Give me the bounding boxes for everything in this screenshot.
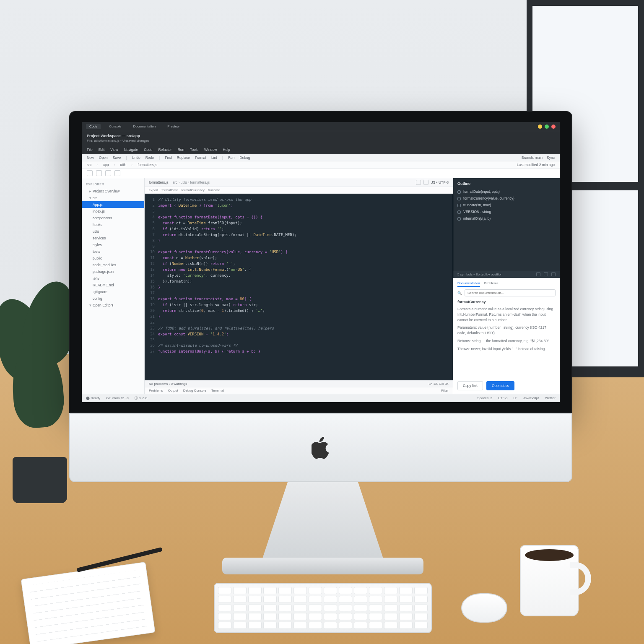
sidebar-item[interactable]: ▾src <box>82 195 144 201</box>
browser-tab[interactable]: Console <box>106 124 125 129</box>
collapse-icon[interactable] <box>536 272 540 276</box>
sidebar-item[interactable]: .gitignore <box>82 288 144 295</box>
browser-tab[interactable]: Preview <box>164 124 182 129</box>
code-line[interactable]: 6 if (!dt.isValid) return ''; <box>147 226 453 232</box>
maximize-icon[interactable] <box>545 125 549 129</box>
menu-item[interactable]: Refactor <box>158 148 172 152</box>
sidebar-item[interactable]: package.json <box>82 268 144 275</box>
copy-link-button[interactable]: Copy link <box>457 381 483 390</box>
open-docs-button[interactable]: Open docs <box>486 381 514 390</box>
status-item[interactable]: ⓘ 0 ⚠ 0 <box>135 396 148 400</box>
outline-item[interactable]: formatCurrency(value, currency) <box>457 195 556 202</box>
toolbar-button[interactable]: Find <box>165 156 172 160</box>
toolbar-button[interactable]: Save <box>113 156 121 160</box>
panel-tab[interactable]: Problems <box>149 389 163 392</box>
docs-tab[interactable]: Documentation <box>457 281 480 287</box>
branch-indicator[interactable]: Branch: main <box>522 156 543 160</box>
link-icon[interactable] <box>114 170 120 176</box>
breadcrumb-segment[interactable]: formatters.js <box>138 163 157 167</box>
code-line[interactable]: 24export const VERSION = '1.4.2'; <box>147 332 453 338</box>
code-line[interactable]: 14 style: 'currency', currency, <box>147 273 453 279</box>
sidebar-item[interactable]: public <box>82 255 144 262</box>
outline-item[interactable]: truncate(str, max) <box>457 202 556 208</box>
toolbar-button[interactable]: Open <box>99 156 108 160</box>
sidebar-item[interactable]: components <box>82 215 144 221</box>
code-line[interactable]: 11 const n = Number(value); <box>147 255 453 261</box>
toolbar-button[interactable]: Redo <box>145 156 154 160</box>
status-item[interactable]: Spaces: 2 <box>477 396 492 400</box>
split-editor-icon[interactable] <box>416 180 421 185</box>
outline-item[interactable]: VERSION : string <box>457 208 556 215</box>
code-line[interactable]: 18export function truncate(str, max = 80… <box>147 296 453 302</box>
list-icon[interactable] <box>105 170 111 176</box>
toolbar-button[interactable]: Replace <box>177 156 190 160</box>
code-line[interactable]: 22 <box>147 320 453 326</box>
code-line[interactable]: 4export function formatDate(input, opts … <box>147 215 453 221</box>
menu-item[interactable]: Code <box>144 148 152 152</box>
panel-tab[interactable]: Terminal <box>211 389 224 392</box>
toolbar-button[interactable]: Lint <box>211 156 217 160</box>
status-item[interactable]: Git: main ↑2 ↓0 <box>106 396 128 400</box>
bold-icon[interactable] <box>87 170 93 176</box>
code-line[interactable]: 9 <box>147 244 453 250</box>
breadcrumb-segment[interactable]: utils <box>120 163 126 167</box>
code-line[interactable]: 25 <box>147 338 453 343</box>
toolbar-button[interactable]: Run <box>228 156 235 160</box>
code-line[interactable]: 2import { DateTime } from 'luxon'; <box>147 203 453 209</box>
symbol-crumb[interactable]: formatCurrency <box>182 188 205 192</box>
docs-tab[interactable]: Problems <box>484 281 499 287</box>
close-icon[interactable] <box>551 125 556 129</box>
code-line[interactable]: 19 if (!str || str.length <= max) return… <box>147 302 453 308</box>
menu-item[interactable]: Tools <box>190 148 198 152</box>
menu-item[interactable]: Navigate <box>124 148 138 152</box>
code-line[interactable]: 21} <box>147 314 453 320</box>
sidebar-item[interactable]: config <box>82 295 144 302</box>
code-editor[interactable]: 1// Utility formatters used across the a… <box>145 194 453 380</box>
menu-item[interactable]: Window <box>204 148 217 152</box>
code-line[interactable]: 3 <box>147 209 453 215</box>
sync-button[interactable]: Sync <box>547 156 555 160</box>
status-item[interactable]: JavaScript <box>523 396 539 400</box>
docs-search-input[interactable] <box>465 289 556 296</box>
browser-tab[interactable]: Documentation <box>130 124 159 129</box>
status-item[interactable]: Prettier <box>545 396 556 400</box>
code-line[interactable]: 8} <box>147 238 453 244</box>
code-line[interactable]: 17 <box>147 291 453 296</box>
status-item[interactable]: UTF-8 <box>498 396 508 400</box>
sidebar-item[interactable]: .env <box>82 275 144 282</box>
editor-tab[interactable]: formatters.js <box>149 180 169 184</box>
sidebar-item[interactable]: tests <box>82 248 144 255</box>
minimize-icon[interactable] <box>538 125 542 129</box>
symbol-crumb[interactable]: formatDate <box>161 188 178 192</box>
code-line[interactable]: 20 return str.slice(0, max - 1).trimEnd(… <box>147 308 453 314</box>
cursor-position[interactable]: Ln 12, Col 34 <box>428 382 449 386</box>
outline-item[interactable]: internalOnly(a, b) <box>457 215 556 222</box>
symbol-crumb[interactable]: truncate <box>208 188 220 192</box>
code-line[interactable]: 5 const dt = DateTime.fromISO(input); <box>147 221 453 226</box>
toolbar-button[interactable]: Undo <box>132 156 140 160</box>
code-line[interactable]: 27function internalOnly(a, b) { return a… <box>147 349 453 355</box>
status-item[interactable]: LF <box>514 396 517 400</box>
code-line[interactable]: 16} <box>147 285 453 291</box>
code-line[interactable]: 10export function formatCurrency(value, … <box>147 249 453 255</box>
code-line[interactable]: 26/* eslint-disable no-unused-vars */ <box>147 343 453 349</box>
sidebar-item[interactable]: index.js <box>82 208 144 215</box>
panel-tab[interactable]: Output <box>168 389 178 392</box>
code-line[interactable]: 23// TODO: add pluralize() and relativeT… <box>147 326 453 332</box>
menu-item[interactable]: Edit <box>99 148 105 152</box>
sort-icon[interactable] <box>544 272 548 276</box>
sidebar-item[interactable]: utils <box>82 228 144 235</box>
sidebar-item[interactable]: hooks <box>82 221 144 228</box>
more-icon[interactable] <box>423 180 428 185</box>
status-item[interactable]: ⬤ Ready <box>86 396 100 400</box>
more-icon[interactable] <box>551 272 556 276</box>
menu-item[interactable]: File <box>87 148 93 152</box>
code-line[interactable]: 13 return new Intl.NumberFormat('en-US',… <box>147 267 453 273</box>
toolbar-button[interactable]: Format <box>195 156 206 160</box>
code-line[interactable]: 15 }).format(n); <box>147 279 453 285</box>
sidebar-item[interactable]: styles <box>82 242 144 248</box>
code-line[interactable]: 1// Utility formatters used across the a… <box>147 197 453 203</box>
menu-item[interactable]: Help <box>223 148 230 152</box>
sidebar-item[interactable]: App.js <box>82 201 144 208</box>
sidebar-item[interactable]: README.md <box>82 282 144 288</box>
